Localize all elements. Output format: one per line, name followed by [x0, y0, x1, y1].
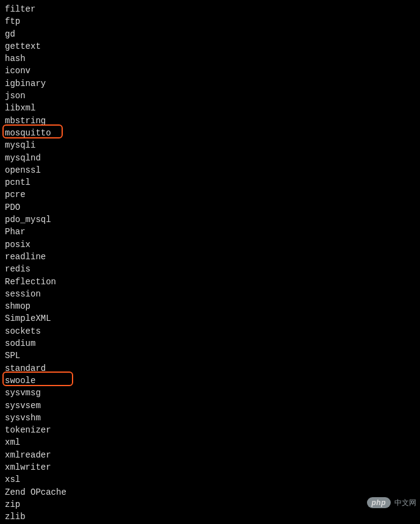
terminal-line: pcntl	[5, 176, 415, 188]
terminal-line: libxml	[5, 102, 415, 114]
terminal-line: mysqlnd	[5, 152, 415, 164]
terminal-line: sodium	[5, 337, 415, 350]
terminal-line: SPL	[5, 350, 415, 362]
terminal-line: sysvsem	[5, 400, 415, 412]
terminal-line: sysvmsg	[5, 387, 415, 399]
terminal-line: iconv	[5, 65, 415, 77]
terminal-line: igbinary	[5, 77, 415, 90]
terminal-line: sysvshm	[5, 412, 415, 424]
terminal-line: zip	[5, 498, 415, 511]
terminal-line: standard	[5, 362, 415, 375]
terminal-line: xmlreader	[5, 449, 415, 461]
terminal-line: SimpleXML	[5, 312, 415, 325]
terminal-line: Phar	[5, 226, 415, 238]
terminal-line: swoole	[5, 375, 415, 387]
terminal-line: PDO	[5, 201, 415, 214]
terminal-line: posix	[5, 239, 415, 251]
terminal-line: redis	[5, 263, 415, 275]
terminal-line: sockets	[5, 325, 415, 337]
terminal-line: Zend OPcache	[5, 486, 415, 498]
terminal-line: json	[5, 90, 415, 102]
terminal-line: hash	[5, 52, 415, 65]
terminal-line: xml	[5, 436, 415, 448]
terminal-line: Reflection	[5, 276, 415, 288]
terminal-line: gettext	[5, 40, 415, 52]
watermark-badge: php	[367, 497, 391, 508]
terminal-line: ftp	[5, 15, 415, 27]
terminal-line: xmlwriter	[5, 461, 415, 473]
terminal-line: mysqli	[5, 139, 415, 151]
terminal-line: readline	[5, 251, 415, 263]
terminal-line: shmop	[5, 300, 415, 312]
terminal-line: pdo_mysql	[5, 214, 415, 226]
terminal-line: tokenizer	[5, 424, 415, 436]
terminal-line: zlib	[5, 511, 415, 523]
terminal-output: filterftpgdgettexthashiconvigbinaryjsonl…	[0, 0, 420, 524]
watermark-text: 中文网	[394, 498, 416, 508]
terminal-line: pcre	[5, 188, 415, 201]
terminal-line: openssl	[5, 164, 415, 176]
watermark: php 中文网	[367, 497, 417, 508]
terminal-line: mosquitto	[5, 127, 415, 139]
terminal-line: session	[5, 288, 415, 300]
terminal-line: mbstring	[5, 115, 415, 127]
terminal-line: xsl	[5, 473, 415, 486]
terminal-line: gd	[5, 28, 415, 40]
terminal-line: filter	[5, 3, 415, 15]
